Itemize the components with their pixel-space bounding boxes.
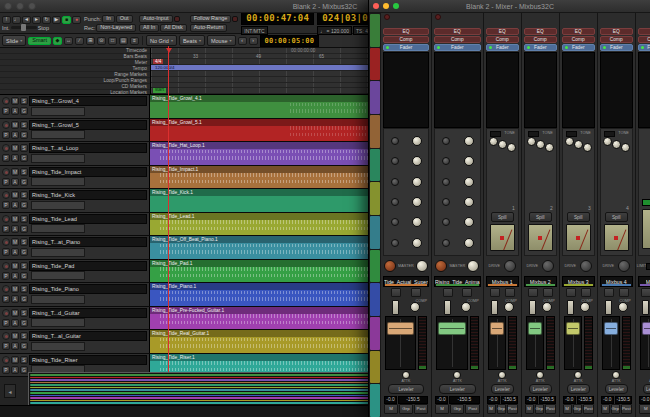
- track-gain-meter[interactable]: [31, 342, 85, 351]
- group-button[interactable]: Grp: [611, 404, 620, 414]
- leveler-button[interactable]: Leveler: [567, 384, 590, 394]
- drive-knob[interactable]: [580, 260, 592, 272]
- processor-eq[interactable]: EQ: [486, 28, 519, 35]
- eq-knob[interactable]: [464, 156, 474, 166]
- play-button[interactable]: ▶: [52, 16, 61, 24]
- strip-nameplate[interactable]: Tide_Actual_Super: [383, 276, 429, 287]
- tone-knob[interactable]: [574, 140, 583, 149]
- master-send-knob[interactable]: [435, 260, 447, 272]
- processor-fader[interactable]: Fader: [486, 44, 519, 51]
- playlist-button[interactable]: P: [2, 342, 10, 350]
- track-header[interactable]: MSRising_Tide_PadPAG: [0, 260, 150, 283]
- eq-knob[interactable]: [442, 137, 450, 145]
- edit-mode-dropdown[interactable]: Slide: [2, 35, 26, 46]
- follow-range-button[interactable]: Follow Range: [190, 15, 232, 23]
- strip-list-entry[interactable]: [370, 14, 380, 47]
- midi-panic-button[interactable]: !: [2, 16, 11, 24]
- group-button[interactable]: Grp: [573, 404, 582, 414]
- processor-box-area[interactable]: [600, 52, 633, 128]
- limiter-slider[interactable]: [646, 263, 650, 270]
- gain-readout[interactable]: -0.0: [525, 396, 538, 404]
- eq-knob[interactable]: [391, 239, 399, 247]
- group-button[interactable]: Grp: [399, 404, 413, 414]
- leveler-button[interactable]: Leveler: [439, 384, 476, 394]
- eq-knob[interactable]: [412, 136, 422, 146]
- eq-knob[interactable]: [464, 136, 474, 146]
- playlist-button[interactable]: P: [2, 131, 10, 139]
- processor-box-area[interactable]: [486, 52, 519, 128]
- track-name[interactable]: Rising_T...at_Piano: [29, 237, 147, 247]
- pan-knob[interactable]: [416, 260, 428, 272]
- input-button[interactable]: [641, 288, 650, 297]
- automation-button[interactable]: A: [11, 295, 19, 303]
- record-arm-button[interactable]: [2, 356, 10, 364]
- playhead[interactable]: [168, 46, 169, 372]
- automation-button[interactable]: A: [11, 319, 19, 327]
- strip-list-entry[interactable]: [370, 48, 380, 81]
- track-name[interactable]: Rising_Tide_Impact: [29, 167, 147, 177]
- location-marker-start[interactable]: start: [153, 88, 166, 93]
- attack-knob[interactable]: [402, 371, 410, 379]
- strip-nameplate[interactable]: Mixbus 4: [600, 276, 633, 287]
- fader-handle[interactable]: [642, 322, 650, 335]
- zoom-tool[interactable]: ≡: [130, 37, 139, 45]
- group-button[interactable]: Grp: [450, 404, 464, 414]
- input-button[interactable]: [443, 288, 453, 297]
- processor-fader[interactable]: Fader: [638, 44, 650, 51]
- mute-button[interactable]: M: [435, 404, 449, 414]
- mute-button[interactable]: M: [525, 404, 534, 414]
- mute-button[interactable]: M: [11, 238, 19, 246]
- mute-button[interactable]: M: [11, 309, 19, 317]
- track-gain-meter[interactable]: [31, 295, 85, 304]
- solo-button[interactable]: S: [20, 97, 28, 105]
- fader-track[interactable]: [602, 316, 620, 370]
- automation-button[interactable]: A: [11, 131, 19, 139]
- polarity-button[interactable]: [543, 288, 553, 297]
- tone-knob[interactable]: [507, 143, 516, 152]
- mute-button[interactable]: M: [11, 262, 19, 270]
- tone-knob[interactable]: [545, 143, 554, 152]
- loop-button[interactable]: ↻: [42, 16, 51, 24]
- eq-knob[interactable]: [412, 238, 422, 248]
- solo-button[interactable]: S: [20, 215, 28, 223]
- fader-track[interactable]: [436, 316, 468, 370]
- track-gain-meter[interactable]: [31, 224, 85, 233]
- solo-button[interactable]: S: [20, 121, 28, 129]
- processor-eq[interactable]: EQ: [638, 28, 650, 35]
- input-button[interactable]: [528, 288, 538, 297]
- grid-unit-dropdown[interactable]: Beats: [179, 35, 205, 46]
- drive-knob[interactable]: [504, 260, 516, 272]
- polarity-button[interactable]: [505, 288, 515, 297]
- group-button[interactable]: G: [20, 107, 28, 115]
- group-button[interactable]: G: [20, 366, 28, 374]
- tone-knob[interactable]: [621, 143, 630, 152]
- gain-readout[interactable]: -0.0: [384, 396, 397, 404]
- group-button[interactable]: G: [20, 154, 28, 162]
- eq-knob[interactable]: [442, 239, 450, 247]
- eq-knob[interactable]: [412, 177, 422, 187]
- metering-point-button[interactable]: Post: [507, 404, 518, 414]
- input-button[interactable]: [490, 288, 500, 297]
- cut-tool[interactable]: ∕: [75, 37, 84, 45]
- playlist-button[interactable]: P: [2, 366, 10, 374]
- mute-button[interactable]: M: [11, 356, 19, 364]
- solo-button[interactable]: S: [20, 262, 28, 270]
- processor-fader[interactable]: Fader: [434, 44, 481, 51]
- leveler-button[interactable]: Leveler: [643, 384, 650, 394]
- eq-knob[interactable]: [442, 218, 450, 226]
- rec-mode-button[interactable]: Non-Layered: [96, 24, 136, 32]
- grab-tool[interactable]: ◆: [53, 37, 62, 45]
- stretch-tool[interactable]: ⊞: [86, 37, 95, 45]
- strip-list-entry[interactable]: [370, 384, 380, 417]
- minimize-icon[interactable]: [383, 3, 389, 9]
- mute-button[interactable]: M: [384, 404, 398, 414]
- group-button[interactable]: G: [20, 319, 28, 327]
- automation-button[interactable]: A: [11, 107, 19, 115]
- spill-button[interactable]: Spill: [529, 212, 552, 222]
- tone-knob[interactable]: [527, 137, 536, 146]
- record-button[interactable]: ●: [72, 16, 81, 24]
- eq-in-button[interactable]: [604, 131, 615, 137]
- playlist-button[interactable]: P: [2, 154, 10, 162]
- group-button[interactable]: G: [20, 225, 28, 233]
- playlist-button[interactable]: P: [2, 248, 10, 256]
